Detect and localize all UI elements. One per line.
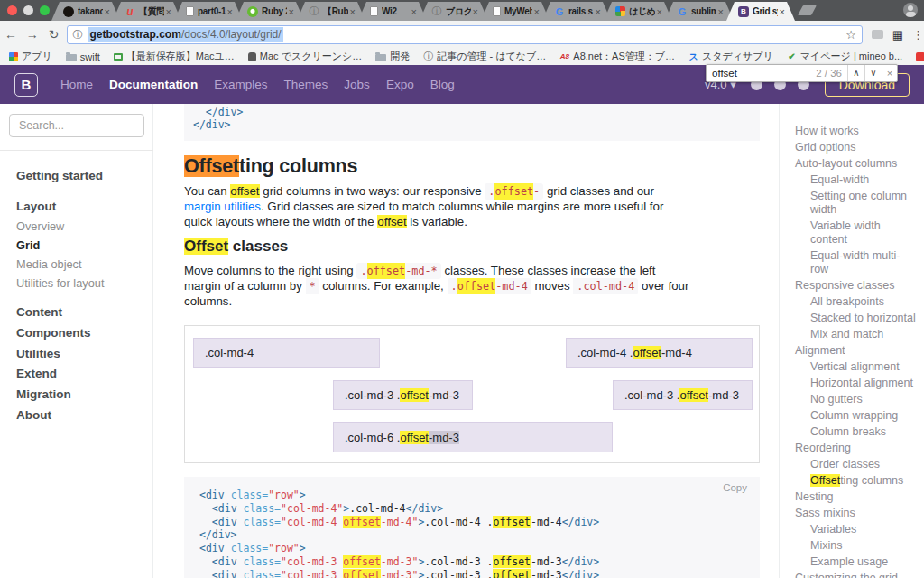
new-tab-button[interactable] bbox=[798, 5, 817, 15]
toc-item[interactable]: Horizontal alignment bbox=[780, 377, 924, 390]
tab-close-icon[interactable]: × bbox=[289, 6, 294, 17]
bookmark-item[interactable]: スタディサプリ bbox=[688, 50, 773, 63]
back-button[interactable]: ← bbox=[0, 27, 22, 42]
toc-item[interactable]: Reordering bbox=[780, 442, 924, 455]
tab[interactable]: ブログ記事× bbox=[420, 2, 488, 21]
sidebar-item-about[interactable]: About bbox=[16, 408, 51, 422]
toc-item[interactable]: Sass mixins bbox=[780, 507, 924, 520]
toc-item[interactable]: Mixins bbox=[780, 539, 924, 553]
bookmark-item[interactable]: 記事の管理 - はてなブ… bbox=[423, 50, 546, 63]
page-info-icon[interactable]: ⓘ bbox=[73, 28, 83, 42]
toc-item[interactable]: Variable width content bbox=[780, 219, 924, 247]
toc-item[interactable]: Grid options bbox=[780, 141, 924, 154]
tab[interactable]: 【Ruby o× bbox=[297, 2, 365, 21]
bookmark-folder[interactable]: 開発 bbox=[375, 50, 410, 63]
tab[interactable]: Wi2× bbox=[358, 2, 427, 21]
sidebar-item-utilities[interactable]: Utilities bbox=[16, 347, 60, 360]
tab[interactable]: MyWebA× bbox=[481, 2, 550, 21]
bookmark-item[interactable]: マイページ | mineo b... bbox=[787, 50, 902, 63]
tab-active[interactable]: BGrid syste× bbox=[726, 2, 795, 21]
toc-item[interactable]: Stacked to horizontal bbox=[780, 312, 924, 325]
toc-item-offsetting-columns[interactable]: Offsetting columns bbox=[780, 474, 924, 488]
toc-item[interactable]: Variables bbox=[780, 523, 924, 536]
bootstrap-logo[interactable]: B bbox=[14, 73, 38, 97]
toc-item[interactable]: Mix and match bbox=[780, 328, 924, 341]
bookmark-item[interactable]: バナナマンのせっかく… bbox=[916, 50, 924, 63]
tab[interactable]: part0-1c× bbox=[174, 2, 243, 21]
bookmark-folder[interactable]: swift bbox=[66, 51, 100, 62]
nav-documentation[interactable]: Documentation bbox=[101, 78, 206, 91]
tab-close-icon[interactable]: × bbox=[105, 6, 110, 17]
search-input[interactable] bbox=[9, 114, 144, 137]
tab-close-icon[interactable]: × bbox=[166, 6, 171, 17]
zoom-window-button[interactable] bbox=[40, 5, 50, 15]
bookmark-star-icon[interactable]: ☆ bbox=[845, 28, 856, 42]
nav-expo[interactable]: Expo bbox=[378, 78, 422, 91]
tab[interactable]: 【質問対応× bbox=[113, 2, 181, 21]
browser-menu-icon[interactable]: ⋮ bbox=[912, 28, 924, 42]
tab[interactable]: takanorih× bbox=[51, 2, 120, 21]
address-bar[interactable]: ⓘ getbootstrap.com/docs/4.0/layout/grid/… bbox=[67, 25, 863, 44]
bookmark-item[interactable]: 【最新保存版】Macユ… bbox=[114, 50, 235, 63]
tab[interactable]: Ruby 2.3.× bbox=[236, 2, 304, 21]
tab[interactable]: rails s - G× bbox=[542, 2, 611, 21]
sidebar-item-content[interactable]: Content bbox=[16, 305, 62, 319]
toc-item[interactable]: Example usage bbox=[780, 555, 924, 569]
sidebar-item-utilities-for-layout[interactable]: Utilities for layout bbox=[16, 276, 104, 290]
sidebar-item-grid[interactable]: Grid bbox=[16, 238, 40, 252]
nav-themes[interactable]: Themes bbox=[276, 78, 337, 91]
sidebar-item-migration[interactable]: Migration bbox=[16, 387, 71, 401]
tab[interactable]: はじめから× bbox=[604, 2, 672, 21]
toc-item[interactable]: Column wrapping bbox=[780, 409, 924, 423]
tab-close-icon[interactable]: × bbox=[718, 6, 724, 17]
forward-button[interactable]: → bbox=[22, 27, 43, 42]
nav-home[interactable]: Home bbox=[52, 78, 101, 91]
toc-item[interactable]: Vertical alignment bbox=[780, 360, 924, 374]
minimize-window-button[interactable] bbox=[23, 5, 33, 15]
sidebar-item-overview[interactable]: Overview bbox=[16, 219, 64, 233]
bookmark-item[interactable]: A8.net：AS管理：ブ… bbox=[559, 50, 675, 63]
find-next-button[interactable]: ∨ bbox=[864, 65, 882, 81]
find-input[interactable]: offset bbox=[707, 68, 816, 79]
sidebar-item-components[interactable]: Components bbox=[16, 326, 91, 340]
sidebar-item-getting-started[interactable]: Getting started bbox=[16, 169, 103, 182]
toc-item[interactable]: Order classes bbox=[780, 458, 924, 471]
toc-item[interactable]: Auto-layout columns bbox=[780, 157, 924, 171]
toc-item[interactable]: Responsive classes bbox=[780, 279, 924, 293]
tab-close-icon[interactable]: × bbox=[780, 6, 785, 17]
sidebar-item-extend[interactable]: Extend bbox=[16, 367, 57, 380]
nav-jobs[interactable]: Jobs bbox=[336, 78, 378, 91]
tab-close-icon[interactable]: × bbox=[596, 6, 601, 17]
copy-button[interactable]: Copy bbox=[723, 482, 747, 493]
find-bar[interactable]: offset 2 / 36 ∧ ∨ × bbox=[706, 64, 898, 82]
tab-close-icon[interactable]: × bbox=[227, 6, 233, 17]
bookmark-item[interactable]: Mac でスクリーンシ… bbox=[248, 50, 362, 63]
extension-icon[interactable] bbox=[872, 30, 883, 39]
close-window-button[interactable] bbox=[7, 5, 17, 15]
tab-close-icon[interactable]: × bbox=[657, 6, 662, 17]
nav-blog[interactable]: Blog bbox=[422, 78, 463, 91]
bookmark-apps[interactable]: アプリ bbox=[9, 50, 52, 63]
tab-close-icon[interactable]: × bbox=[473, 6, 478, 17]
toc-item[interactable]: Nesting bbox=[780, 490, 924, 504]
tab-close-icon[interactable]: × bbox=[350, 6, 356, 17]
toc-item[interactable]: Customizing the grid bbox=[780, 572, 924, 578]
sidebar-item-media-object[interactable]: Media object bbox=[16, 257, 82, 271]
toc-item[interactable]: Setting one column width bbox=[780, 190, 924, 217]
tab[interactable]: sublime i× bbox=[665, 2, 734, 21]
nav-examples[interactable]: Examples bbox=[206, 78, 275, 91]
toc-item[interactable]: Column breaks bbox=[780, 425, 924, 439]
toc-item[interactable]: How it works bbox=[780, 125, 924, 138]
tab-close-icon[interactable]: × bbox=[411, 6, 417, 17]
toc-item[interactable]: No gutters bbox=[780, 393, 924, 406]
toc-item[interactable]: Equal-width multi- row bbox=[780, 249, 924, 276]
find-close-icon[interactable]: × bbox=[882, 65, 897, 81]
toc-item[interactable]: Equal-width bbox=[780, 173, 924, 187]
toc-item[interactable]: All breakpoints bbox=[780, 295, 924, 309]
reload-button[interactable]: ↻ bbox=[43, 27, 65, 42]
extension-icon[interactable]: ▦ bbox=[892, 28, 903, 42]
sidebar-item-layout[interactable]: Layout bbox=[16, 200, 56, 213]
toc-item[interactable]: Alignment bbox=[780, 344, 924, 358]
find-previous-button[interactable]: ∧ bbox=[847, 65, 864, 81]
profile-icon[interactable] bbox=[903, 3, 918, 17]
